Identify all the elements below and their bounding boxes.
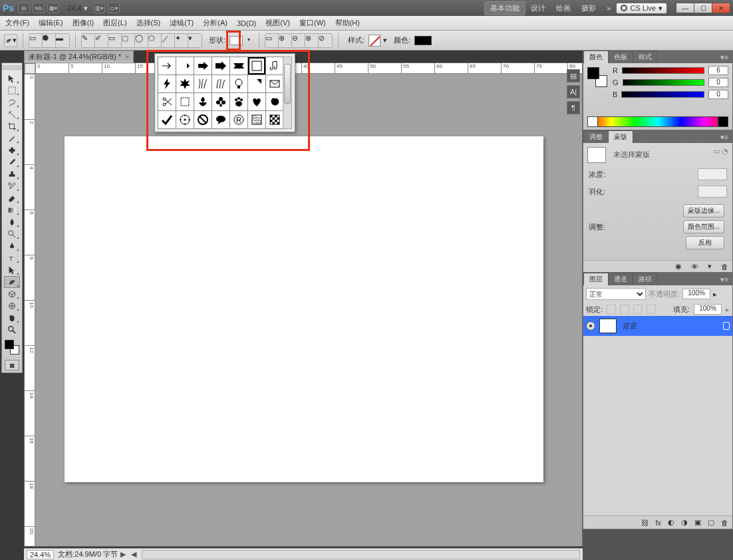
fill-field[interactable]: 100%: [694, 304, 722, 315]
value-b[interactable]: 0: [708, 90, 728, 99]
workspace-tab-essentials[interactable]: 基本功能: [484, 1, 525, 15]
tab-channels[interactable]: 通道: [608, 273, 633, 285]
panel-menu-icon[interactable]: ▾≡: [716, 274, 732, 285]
shape-target[interactable]: [176, 111, 194, 128]
workspace-more[interactable]: »: [601, 3, 616, 13]
heal-tool[interactable]: [4, 144, 20, 156]
workspace-tab-photo[interactable]: 摄影: [576, 2, 601, 15]
shape-blob[interactable]: [266, 93, 283, 110]
canvas[interactable]: [65, 136, 543, 482]
close-doc-icon[interactable]: ×: [125, 53, 129, 61]
workspace-tab-paint[interactable]: 绘画: [551, 2, 576, 15]
close-button[interactable]: ✕: [712, 3, 730, 13]
lock-all-icon[interactable]: [647, 305, 656, 314]
op-exclude[interactable]: ⊘: [319, 34, 332, 47]
shape-fleur[interactable]: [194, 93, 212, 110]
shape-ribbon[interactable]: [230, 57, 247, 74]
shape-club[interactable]: [212, 93, 229, 110]
density-field[interactable]: [698, 168, 727, 180]
shape-no-sign[interactable]: [248, 75, 265, 92]
tab-swatches[interactable]: 色板: [608, 51, 633, 63]
shape-scissors[interactable]: [158, 93, 176, 110]
shape-arrow-med[interactable]: [176, 57, 194, 74]
stamp-tool[interactable]: [4, 168, 20, 180]
menu-window[interactable]: 窗口(W): [299, 18, 326, 28]
scroll-left-icon[interactable]: ◀: [131, 550, 136, 559]
round-rect-icon[interactable]: ▢: [122, 34, 135, 47]
rect-icon[interactable]: ▭: [108, 34, 122, 47]
character-dock-icon[interactable]: A|: [567, 85, 580, 98]
shape-grass[interactable]: [194, 75, 212, 92]
horizontal-scrollbar[interactable]: [142, 550, 580, 559]
shape-options-icon[interactable]: ▾: [188, 34, 202, 47]
shape-burst[interactable]: [176, 75, 194, 92]
custom-shape-icon[interactable]: ✦: [175, 34, 188, 47]
history-brush-tool[interactable]: [4, 180, 20, 192]
mask-ftr-icon[interactable]: ▾: [708, 262, 712, 271]
minibridge-button[interactable]: Mb: [33, 3, 45, 13]
mask-ftr-icon[interactable]: 🗑: [721, 263, 728, 271]
tab-mask[interactable]: 蒙版: [608, 130, 633, 143]
shape-tool[interactable]: [4, 276, 20, 288]
shape-bulb[interactable]: [230, 75, 247, 92]
value-r[interactable]: 6: [708, 66, 728, 75]
history-dock-icon[interactable]: ▤: [567, 69, 580, 82]
tab-color[interactable]: 颜色: [583, 51, 609, 63]
freeform-pen-icon[interactable]: ✐: [95, 34, 108, 47]
value-g[interactable]: 0: [708, 78, 728, 87]
menu-analysis[interactable]: 分析(A): [203, 18, 227, 28]
brush-tool[interactable]: [4, 156, 20, 168]
view-extras-button[interactable]: ▦▾: [47, 3, 59, 13]
link-layers-icon[interactable]: ⛓: [641, 519, 649, 527]
lock-pos-icon[interactable]: [633, 305, 643, 314]
wand-tool[interactable]: [4, 108, 20, 120]
status-menu-icon[interactable]: ▶: [120, 550, 126, 559]
visibility-icon[interactable]: [586, 321, 595, 331]
lock-pixel-icon[interactable]: [620, 305, 629, 314]
trash-icon[interactable]: 🗑: [721, 519, 728, 527]
toolbox-grip[interactable]: [2, 65, 22, 70]
shape-picker-trigger[interactable]: [229, 36, 243, 45]
lasso-tool[interactable]: [4, 96, 20, 108]
move-tool[interactable]: [4, 72, 20, 84]
menu-help[interactable]: 帮助(H): [335, 18, 360, 28]
feather-field[interactable]: [698, 186, 727, 198]
slider-g[interactable]: [623, 79, 704, 86]
eyedropper-tool[interactable]: [4, 132, 20, 144]
menu-3d[interactable]: 3D(D): [237, 19, 256, 27]
slider-b[interactable]: [621, 91, 704, 98]
fill-color-swatch[interactable]: [414, 36, 432, 45]
minimize-button[interactable]: —: [676, 3, 694, 13]
panel-menu-icon[interactable]: ▾≡: [716, 132, 732, 143]
menu-file[interactable]: 文件(F): [5, 18, 29, 28]
mode-path[interactable]: ⭓: [43, 34, 56, 47]
shape-note[interactable]: [266, 57, 283, 74]
polygon-icon[interactable]: ⬠: [148, 34, 162, 47]
tab-styles[interactable]: 样式: [633, 51, 658, 63]
shape-registered[interactable]: R: [230, 111, 247, 128]
shape-heart[interactable]: [248, 93, 265, 110]
hand-tool[interactable]: [4, 312, 20, 324]
workspace-tab-design[interactable]: 设计: [525, 2, 551, 15]
tab-layers[interactable]: 图层: [583, 273, 609, 285]
document-tab[interactable]: 未标题-1 @ 24.4%(RGB/8) * ×: [24, 51, 134, 63]
zoom-level[interactable]: 24.4 ▾: [67, 4, 87, 13]
shape-paw[interactable]: [230, 93, 247, 110]
shape-mail[interactable]: [266, 75, 283, 92]
shape-picker-scrollbar[interactable]: [283, 57, 292, 129]
op-add[interactable]: ⊕: [279, 34, 292, 47]
btn-mask-edge[interactable]: 蒙版边缘...: [683, 204, 724, 217]
eraser-tool[interactable]: [4, 192, 20, 204]
cs-live-button[interactable]: CS Live ▾: [616, 3, 667, 14]
new-layer-icon[interactable]: ▢: [708, 518, 714, 527]
btn-invert[interactable]: 反相: [686, 236, 724, 249]
marquee-tool[interactable]: [4, 84, 20, 96]
shape-check[interactable]: [158, 111, 176, 128]
ruler-vertical[interactable]: 02468101214161820: [25, 74, 35, 546]
shape-speech[interactable]: [212, 111, 229, 128]
quickmask-button[interactable]: ◙: [5, 360, 19, 370]
menu-image[interactable]: 图像(I): [73, 18, 94, 28]
shape-sq[interactable]: [176, 93, 194, 110]
shape-arrow-bold[interactable]: [194, 57, 212, 74]
color-spectrum[interactable]: [587, 116, 728, 127]
